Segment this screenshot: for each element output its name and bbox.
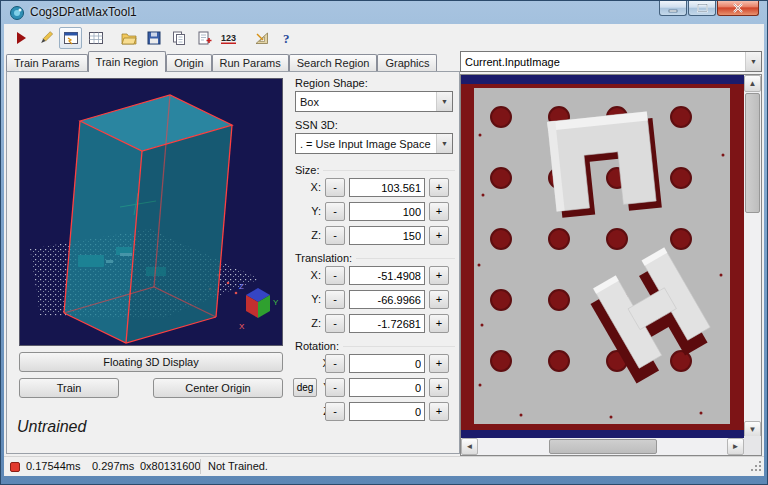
vertical-scrollbar[interactable]: ▲ ▼: [744, 75, 761, 438]
trained-state-label: Untrained: [17, 418, 86, 436]
tab-origin[interactable]: Origin: [166, 54, 211, 72]
horizontal-scrollbar[interactable]: ◄ ►: [461, 438, 744, 455]
rotation-y-increment-button[interactable]: +: [429, 378, 449, 397]
tab-run-params[interactable]: Run Params: [212, 54, 289, 72]
tab-train-params[interactable]: Train Params: [6, 54, 88, 72]
input-image: [461, 75, 744, 438]
client-area: 123 ? Train ParamsTrain RegionOriginRun …: [4, 24, 764, 476]
size-z-decrement-button[interactable]: -: [325, 226, 345, 245]
region-box: [64, 95, 232, 343]
size-x-decrement-button[interactable]: -: [325, 178, 345, 197]
translation-y-decrement-button[interactable]: -: [325, 290, 345, 309]
ssn-3d-value: . = Use Input Image Space: [300, 138, 431, 150]
status-result-code: 0x80131600: [140, 460, 201, 472]
size-y-decrement-button[interactable]: -: [325, 202, 345, 221]
size-x-label: X:: [301, 181, 321, 193]
rotation-z-increment-button[interactable]: +: [429, 402, 449, 421]
tab-train-region[interactable]: Train Region: [88, 51, 167, 72]
deg-units-button[interactable]: deg: [293, 378, 317, 397]
floating-3d-display-button[interactable]: Floating 3D Display: [19, 352, 283, 372]
tab-graphics[interactable]: Graphics: [377, 54, 437, 72]
grid-settings-icon[interactable]: [84, 27, 107, 49]
copy-results-icon[interactable]: [167, 27, 190, 49]
save-icon[interactable]: [142, 27, 165, 49]
maximize-button[interactable]: [688, 1, 716, 16]
help-icon[interactable]: ?: [275, 27, 298, 49]
resize-grip[interactable]: [750, 460, 763, 475]
ssn-3d-label: SSN 3D:: [295, 119, 338, 131]
translation-z-input[interactable]: [349, 314, 425, 333]
translation-z-decrement-button[interactable]: -: [325, 314, 345, 333]
translation-z-increment-button[interactable]: +: [429, 314, 449, 333]
numeric-precision-icon[interactable]: 123: [217, 27, 240, 49]
rotation-x-decrement-button[interactable]: -: [325, 354, 345, 373]
region-form: Region Shape: Box ▼ SSN 3D: . = Use Inpu…: [293, 72, 457, 453]
translation-x-decrement-button[interactable]: -: [325, 266, 345, 285]
scroll-right-icon[interactable]: ►: [727, 438, 744, 455]
size-z-input[interactable]: [349, 226, 425, 245]
image-source-dropdown[interactable]: Current.InputImage ▼: [460, 51, 762, 72]
run-icon[interactable]: [9, 27, 32, 49]
rotation-z-input[interactable]: [349, 402, 425, 421]
horizontal-scroll-thumb[interactable]: [549, 439, 657, 454]
window-title: Cog3DPatMaxTool1: [30, 5, 137, 19]
scroll-up-icon[interactable]: ▲: [744, 75, 761, 92]
close-button[interactable]: [717, 1, 759, 16]
translation-z-label: Z:: [301, 317, 321, 329]
translation-y-row: Y: - +: [293, 290, 457, 310]
open-icon[interactable]: [117, 27, 140, 49]
axis-y-label: Y: [273, 298, 279, 307]
paste-new-icon[interactable]: [192, 27, 215, 49]
size-x-increment-button[interactable]: +: [429, 178, 449, 197]
translation-y-increment-button[interactable]: +: [429, 290, 449, 309]
center-origin-button[interactable]: Center Origin: [153, 378, 283, 398]
display-settings-icon[interactable]: [59, 27, 82, 49]
edit-icon[interactable]: [34, 27, 57, 49]
size-x-input[interactable]: [349, 178, 425, 197]
region-shape-value: Box: [300, 96, 319, 108]
image-display-pane: Current.InputImage ▼: [460, 51, 762, 456]
tab-search-region[interactable]: Search Region: [289, 54, 378, 72]
scrollbar-corner: [744, 436, 761, 455]
size-y-input[interactable]: [349, 202, 425, 221]
chevron-down-icon: ▼: [745, 52, 761, 71]
vertical-scroll-thumb[interactable]: [745, 93, 760, 213]
rotation-z-decrement-button[interactable]: -: [325, 402, 345, 421]
size-y-increment-button[interactable]: +: [429, 202, 449, 221]
input-image-display[interactable]: ▲ ▼ ◄ ►: [460, 74, 762, 456]
rotation-x-row: X: - +: [293, 354, 457, 374]
status-bar: 0.17544ms 0.297ms 0x80131600 Not Trained…: [4, 456, 764, 476]
size-z-label: Z:: [301, 229, 321, 241]
translation-y-input[interactable]: [349, 290, 425, 309]
size-y-row: Y: - +: [293, 202, 457, 222]
toolbar: 123 ?: [4, 24, 764, 51]
rotation-y-row: deg Y: - +: [293, 378, 457, 398]
size-y-label: Y:: [301, 205, 321, 217]
status-time-2: 0.297ms: [92, 460, 134, 472]
rotation-x-input[interactable]: [349, 354, 425, 373]
rotation-y-decrement-button[interactable]: -: [325, 378, 345, 397]
ssn-3d-dropdown[interactable]: . = Use Input Image Space ▼: [295, 133, 453, 154]
translation-x-input[interactable]: [349, 266, 425, 285]
status-time-1: 0.17544ms: [26, 460, 80, 472]
rotation-y-input[interactable]: [349, 378, 425, 397]
translation-x-row: X: - +: [293, 266, 457, 286]
minimize-button[interactable]: [659, 1, 687, 16]
train-button[interactable]: Train: [19, 378, 119, 398]
svg-text:?: ?: [283, 31, 290, 46]
measure-icon[interactable]: [250, 27, 273, 49]
translation-x-increment-button[interactable]: +: [429, 266, 449, 285]
size-z-increment-button[interactable]: +: [429, 226, 449, 245]
titlebar[interactable]: Cog3DPatMaxTool1: [1, 1, 767, 24]
train-3d-scene: Z Y X: [20, 79, 282, 345]
status-error-icon: [10, 462, 20, 472]
region-shape-dropdown[interactable]: Box ▼: [295, 91, 453, 112]
chevron-down-icon: ▼: [436, 92, 452, 111]
scroll-left-icon[interactable]: ◄: [461, 438, 478, 455]
train-3d-view[interactable]: Z Y X: [19, 78, 283, 346]
train-region-page: Z Y X Floating 3D Display Train Center O…: [6, 71, 460, 454]
rotation-x-increment-button[interactable]: +: [429, 354, 449, 373]
toolbar-separator: [242, 29, 248, 47]
status-message: Not Trained.: [208, 460, 268, 472]
size-x-row: X: - +: [293, 178, 457, 198]
